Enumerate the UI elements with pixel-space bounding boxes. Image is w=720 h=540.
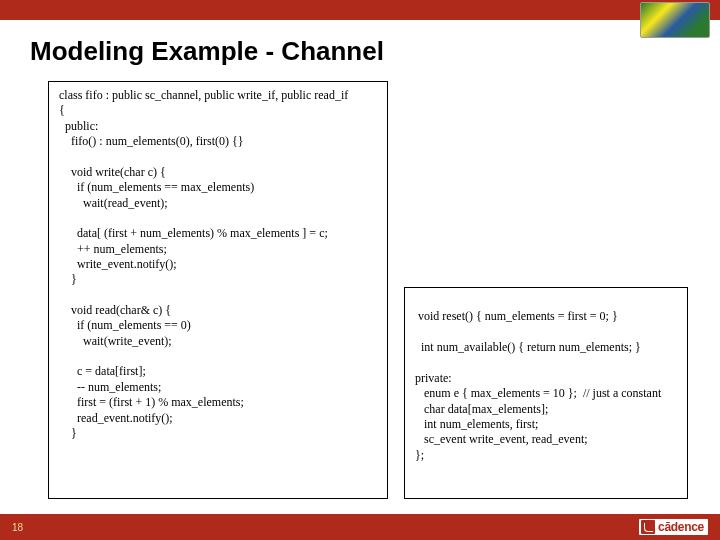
cadence-logo: cādence	[639, 519, 708, 535]
code-block-left: class fifo : public sc_channel, public w…	[48, 81, 388, 499]
page-number: 18	[12, 522, 23, 533]
header-bar	[0, 0, 720, 20]
footer-bar: 18 cādence	[0, 514, 720, 540]
slide-title: Modeling Example - Channel	[0, 20, 720, 77]
logo-text: cādence	[658, 520, 704, 534]
logo-mark-icon	[641, 520, 655, 534]
code-block-right: void reset() { num_elements = first = 0;…	[404, 287, 688, 499]
brazil-flag-emblem	[640, 2, 710, 38]
